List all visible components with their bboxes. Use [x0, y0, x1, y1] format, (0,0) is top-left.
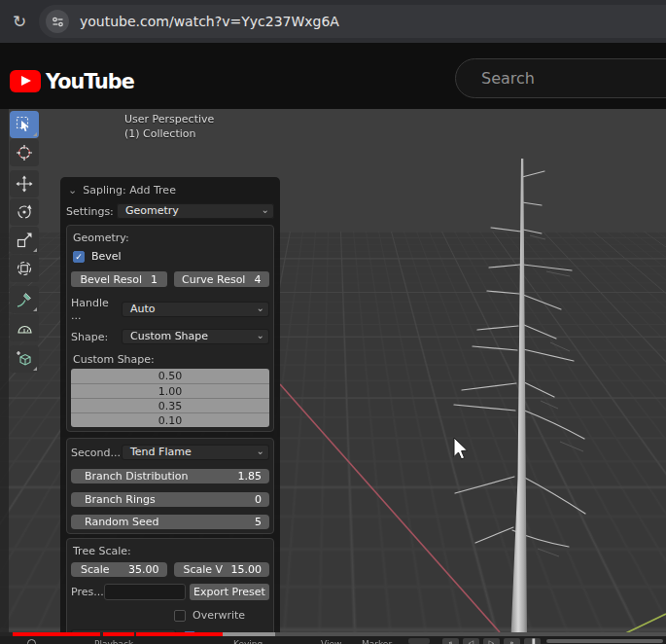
next-keyframe-icon[interactable]: » [504, 638, 520, 644]
scale-slider[interactable]: Scale 35.00 [71, 562, 167, 577]
custom-shape-values: 0.50 1.00 0.35 0.10 [71, 369, 269, 427]
add-cube-tool-icon[interactable] [10, 345, 39, 373]
timeline-scrollbar[interactable] [546, 639, 663, 643]
bevel-resol-value: 1 [151, 273, 158, 286]
custom-shape-value-field[interactable]: 0.10 [71, 412, 269, 427]
tree-twigs [530, 235, 583, 556]
collection-label: (1) Collection [124, 126, 214, 141]
site-settings-icon[interactable] [46, 10, 69, 33]
geometry-section-label: Geometry: [71, 230, 269, 244]
video-player[interactable]: User Perspective (1) Collection [0, 109, 666, 644]
bevel-resol-label: Bevel Resol [80, 273, 142, 286]
annotate-tool-icon[interactable] [10, 286, 39, 313]
tree-scale-label: Tree Scale: [71, 543, 269, 557]
youtube-logo[interactable]: YouTube [10, 69, 140, 93]
secondary-dropdown[interactable]: Tend Flame ⌄ [122, 445, 269, 460]
bevel-resol-field[interactable]: Bevel Resol 1 [71, 271, 167, 287]
settings-label: Settings: [66, 205, 117, 218]
play-icon[interactable]: ▷ [483, 638, 500, 644]
preset-label: Pres... [71, 586, 100, 598]
tree-scale-section: Tree Scale: Scale 35.00 Scale V 15.00 Pr… [66, 538, 274, 644]
blender-timeline-strip: Playback Keying View Marker « ◁ ▷ » ▐ [0, 636, 666, 644]
viewport-text-overlay: User Perspective (1) Collection [124, 112, 214, 141]
overwrite-label: Overwrite [193, 609, 245, 622]
slider-value: 0 [255, 492, 262, 507]
secondary-value: Tend Flame [130, 446, 192, 458]
slider-value: 1.85 [238, 469, 263, 483]
handle-dropdown[interactable]: Auto ⌄ [122, 302, 269, 317]
shape-dropdown[interactable]: Custom Shape ⌄ [122, 329, 269, 344]
view-perspective-label: User Perspective [124, 112, 214, 126]
panel-title: Sapling: Add Tree [83, 184, 176, 197]
shape-label: Shape: [71, 331, 122, 343]
curve-resol-field[interactable]: Curve Resol 4 [174, 271, 270, 287]
export-preset-button[interactable]: Export Preset [190, 584, 269, 600]
timeline-menu-playback[interactable]: Playback [94, 639, 133, 644]
blender-toolbar [10, 111, 39, 374]
secondary-label: Second... [71, 447, 122, 459]
scale-v-slider[interactable]: Scale V 15.00 [174, 562, 270, 577]
slider-label: Branch Rings [85, 492, 156, 507]
curve-resol-label: Curve Resol [182, 273, 245, 286]
branch-rings-slider[interactable]: Branch Rings 0 [71, 492, 269, 507]
jump-to-start-icon[interactable]: « [442, 638, 459, 644]
collapse-chevron-icon[interactable]: ⌄ [68, 184, 77, 197]
measure-tool-icon[interactable] [10, 314, 39, 341]
branching-section: Second... Tend Flame ⌄ Branch Distributi… [66, 438, 274, 534]
settings-value: Geometry [125, 204, 179, 217]
cursor-3d-tool-icon[interactable] [10, 139, 39, 166]
handle-value: Auto [130, 303, 156, 315]
mouse-cursor [454, 438, 468, 459]
rotate-tool-icon[interactable] [10, 198, 39, 226]
scale-label: Scale [81, 562, 110, 577]
editor-type-icon[interactable] [27, 639, 36, 644]
shape-value: Custom Shape [130, 330, 208, 342]
youtube-play-icon [10, 70, 41, 92]
timeline-menu-keying[interactable]: Keying [233, 639, 263, 644]
scale-v-label: Scale V [184, 562, 224, 577]
timeline-field [408, 638, 430, 644]
sapling-add-tree-panel: ⌄Sapling: Add Tree Settings: Geometry ⌄ … [60, 177, 280, 644]
slider-label: Branch Distribution [85, 469, 188, 483]
handle-label: Handle ... [71, 297, 122, 322]
youtube-masthead: YouTube [0, 43, 666, 109]
prev-keyframe-icon[interactable]: ◁ [463, 638, 479, 644]
slider-label: Random Seed [85, 515, 159, 529]
scale-value: 35.00 [128, 562, 159, 577]
random-seed-slider[interactable]: Random Seed 5 [71, 515, 269, 529]
select-box-tool-icon[interactable] [10, 111, 39, 138]
bevel-checkbox[interactable]: ✓ [73, 251, 85, 263]
axis-x-line [280, 384, 500, 632]
custom-shape-value-field[interactable]: 1.00 [71, 383, 269, 398]
address-bar[interactable]: youtube.com/watch?v=Yyc237Wxg6A [39, 5, 666, 38]
curve-resol-value: 4 [254, 273, 261, 286]
chevron-down-icon: ⌄ [257, 302, 264, 315]
timeline-menu-view[interactable]: View [321, 639, 341, 644]
scale-tool-icon[interactable] [10, 227, 39, 254]
search-input[interactable] [481, 59, 666, 97]
chevron-down-icon: ⌄ [257, 329, 264, 342]
transform-tool-icon[interactable] [10, 255, 39, 282]
panel-header[interactable]: ⌄Sapling: Add Tree [60, 177, 280, 200]
branch-distribution-slider[interactable]: Branch Distribution 1.85 [71, 469, 269, 483]
youtube-logo-text: YouTube [46, 69, 134, 93]
url-text[interactable]: youtube.com/watch?v=Yyc237Wxg6A [80, 5, 339, 38]
custom-shape-value-field[interactable]: 0.35 [71, 398, 269, 412]
custom-shape-value-field[interactable]: 0.50 [71, 369, 269, 383]
jump-to-end-icon[interactable]: ▐ [524, 638, 541, 644]
overwrite-checkbox[interactable]: ✓ [174, 610, 186, 622]
preset-name-input[interactable] [104, 584, 186, 600]
scale-v-value: 15.00 [231, 562, 263, 577]
settings-dropdown[interactable]: Geometry ⌄ [117, 203, 274, 219]
search-box[interactable] [455, 58, 666, 98]
timeline-menu-marker[interactable]: Marker [362, 639, 392, 644]
bevel-label: Bevel [91, 250, 122, 263]
chevron-down-icon: ⌄ [257, 445, 264, 458]
move-tool-icon[interactable] [10, 170, 39, 197]
custom-shape-label: Custom Shape: [71, 351, 269, 366]
slider-value: 5 [255, 515, 262, 529]
chevron-down-icon: ⌄ [262, 203, 269, 217]
reload-icon[interactable]: ↻ [6, 8, 33, 35]
browser-toolbar: ↻ youtube.com/watch?v=Yyc237Wxg6A [0, 0, 666, 43]
geometry-section: Geometry: ✓ Bevel Bevel Resol 1 Curve Re… [66, 225, 274, 432]
